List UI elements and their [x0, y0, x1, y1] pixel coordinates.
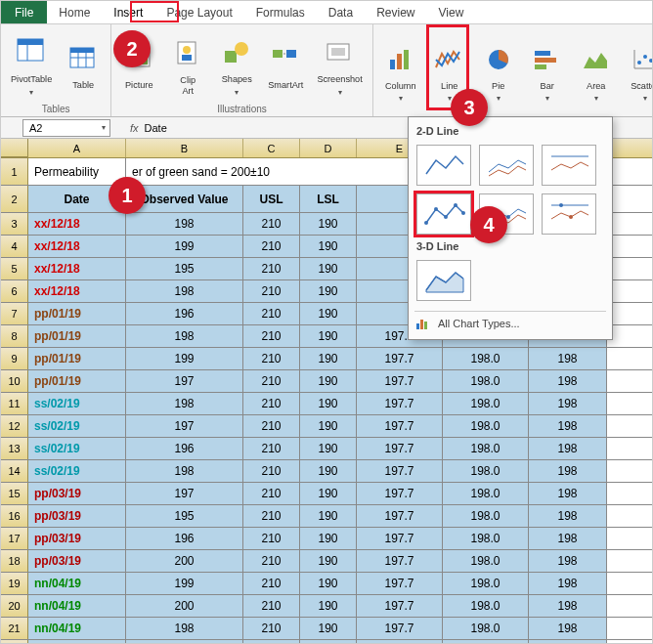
cell[interactable]: 198.0 — [443, 573, 529, 594]
cell-header[interactable]: USL — [243, 186, 300, 212]
cell[interactable]: nn/04/19 — [28, 595, 126, 617]
cell[interactable]: pp/01/19 — [28, 348, 126, 369]
cell[interactable]: 210 — [243, 438, 300, 459]
line-type-pct-markers[interactable] — [542, 193, 596, 235]
row-head[interactable]: 16 — [1, 505, 28, 527]
col-head-d[interactable]: D — [300, 139, 357, 157]
cell[interactable]: 196 — [126, 303, 243, 324]
cell[interactable]: 198 — [529, 460, 607, 482]
row-head[interactable]: 15 — [1, 483, 28, 504]
cell[interactable]: 198 — [529, 415, 607, 437]
formula-value[interactable]: Date — [145, 122, 167, 134]
tab-formulas[interactable]: Formulas — [244, 1, 317, 23]
cell[interactable]: xx/12/18 — [28, 236, 126, 257]
cell[interactable]: 200 — [126, 595, 243, 617]
cell[interactable]: 198.0 — [443, 483, 529, 504]
row-head[interactable]: 7 — [1, 303, 28, 324]
cell[interactable]: 210 — [243, 348, 300, 369]
cell[interactable]: 197.7 — [357, 573, 443, 594]
cell[interactable]: 210 — [243, 595, 300, 617]
cell[interactable]: 198 — [529, 573, 607, 594]
cell[interactable]: 200 — [126, 550, 243, 572]
cell[interactable]: pp/03/19 — [28, 528, 126, 549]
screenshot-button[interactable]: Screenshot▾ — [313, 28, 366, 102]
cell[interactable]: ss/02/19 — [28, 393, 126, 414]
clipart-button[interactable]: Clip Art — [166, 28, 209, 102]
cell[interactable]: 198 — [529, 393, 607, 414]
cell[interactable]: 197.7 — [357, 640, 443, 644]
cell[interactable]: 210 — [243, 303, 300, 324]
scatter-chart-button[interactable]: Scatter▾ — [624, 28, 653, 114]
cell[interactable]: 190 — [300, 573, 357, 594]
col-head-a[interactable]: A — [28, 139, 126, 157]
cell[interactable]: 190 — [300, 483, 357, 504]
cell[interactable]: 197.7 — [357, 460, 443, 482]
row-head[interactable]: 18 — [1, 550, 28, 572]
cell[interactable]: 198 — [529, 438, 607, 459]
column-chart-button[interactable]: Column▾ — [379, 28, 422, 114]
cell[interactable]: 210 — [243, 236, 300, 257]
cell[interactable]: 196 — [126, 438, 243, 459]
cell[interactable]: 210 — [243, 370, 300, 392]
shapes-button[interactable]: Shapes▾ — [215, 28, 258, 102]
cell[interactable]: 210 — [243, 550, 300, 572]
cell[interactable]: 210 — [243, 505, 300, 527]
cell[interactable]: 198 — [529, 483, 607, 504]
row-head[interactable]: 10 — [1, 370, 28, 392]
cell[interactable]: pp/03/19 — [28, 483, 126, 504]
row-head[interactable]: 5 — [1, 258, 28, 279]
row-head[interactable]: 6 — [1, 280, 28, 302]
cell[interactable]: pp/01/19 — [28, 303, 126, 324]
col-head-c[interactable]: C — [243, 139, 300, 157]
cell[interactable]: 197.7 — [357, 438, 443, 459]
cell[interactable]: pp/01/19 — [28, 325, 126, 347]
tab-view[interactable]: View — [427, 1, 476, 23]
line-type-pct-stacked[interactable] — [542, 145, 596, 186]
cell[interactable]: 190 — [300, 438, 357, 459]
cell[interactable]: 190 — [300, 528, 357, 549]
row-head[interactable]: 19 — [1, 573, 28, 594]
cell-header[interactable]: LSL — [300, 186, 357, 212]
bar-chart-button[interactable]: Bar▾ — [526, 28, 569, 114]
cell[interactable]: 210 — [243, 483, 300, 504]
cell[interactable]: 210 — [243, 618, 300, 639]
cell[interactable]: pp/03/19 — [28, 505, 126, 527]
cell[interactable]: 197 — [126, 483, 243, 504]
row-head[interactable]: 11 — [1, 393, 28, 414]
row-head[interactable]: 17 — [1, 528, 28, 549]
cell[interactable]: 210 — [243, 325, 300, 347]
cell[interactable]: nn/04/19 — [28, 640, 126, 644]
cell[interactable]: 195 — [126, 258, 243, 279]
cell[interactable]: 210 — [243, 393, 300, 414]
cell[interactable]: 198.0 — [443, 438, 529, 459]
cell[interactable]: 198 — [126, 618, 243, 639]
cell[interactable]: 195 — [126, 505, 243, 527]
tab-data[interactable]: Data — [317, 1, 365, 23]
smartart-button[interactable]: SmartArt — [264, 28, 307, 102]
cell[interactable]: 198 — [529, 505, 607, 527]
cell[interactable]: 198.0 — [443, 550, 529, 572]
cell[interactable]: 198.0 — [443, 640, 529, 644]
cell[interactable]: xx/12/18 — [28, 258, 126, 279]
all-chart-types[interactable]: All Chart Types... — [414, 311, 606, 335]
cell[interactable]: 196 — [126, 528, 243, 549]
cell[interactable]: nn/04/19 — [28, 618, 126, 639]
cell[interactable]: 190 — [300, 370, 357, 392]
row-head[interactable]: 2 — [1, 186, 28, 212]
cell[interactable]: 197 — [126, 415, 243, 437]
cell[interactable]: 199 — [126, 573, 243, 594]
cell[interactable]: 190 — [300, 236, 357, 257]
cell[interactable]: 198 — [126, 280, 243, 302]
col-head-b[interactable]: B — [126, 139, 243, 157]
cell[interactable]: 190 — [300, 618, 357, 639]
row-head[interactable]: 3 — [1, 213, 28, 235]
row-head[interactable]: 20 — [1, 595, 28, 617]
cell[interactable]: 197.7 — [357, 370, 443, 392]
cell[interactable]: 198.0 — [443, 460, 529, 482]
row-head[interactable]: 1 — [1, 158, 28, 185]
row-head[interactable]: 9 — [1, 348, 28, 369]
cell[interactable]: 198.0 — [443, 415, 529, 437]
cell[interactable]: 190 — [300, 460, 357, 482]
line-type-markers[interactable] — [416, 193, 471, 235]
area-chart-button[interactable]: Area▾ — [575, 28, 618, 114]
